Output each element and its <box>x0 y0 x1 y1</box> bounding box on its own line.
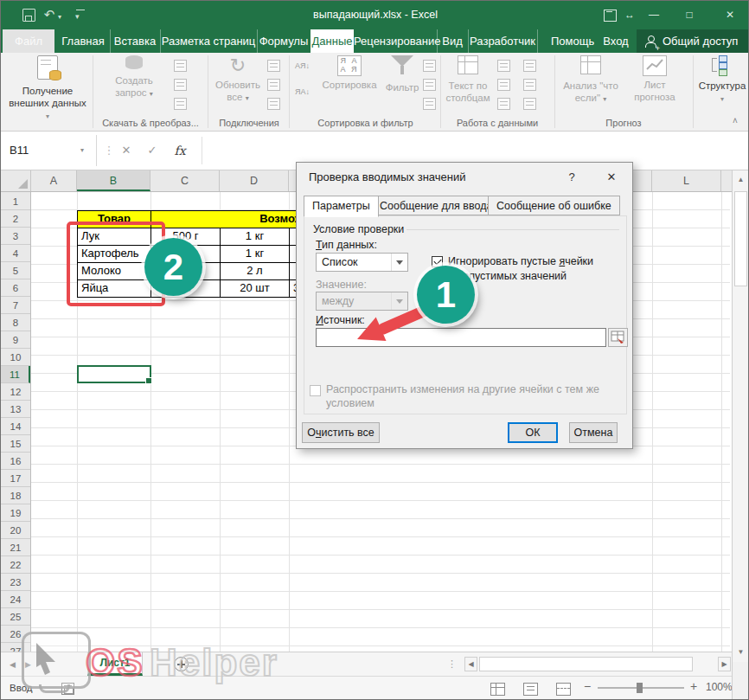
row-header-18[interactable]: 18 <box>1 487 30 504</box>
in-cell-dropdown-label[interactable]: допустимых значений <box>457 270 567 282</box>
col-header-a[interactable]: A <box>31 170 77 191</box>
advanced-filter-icon[interactable] <box>423 98 436 110</box>
sort-button[interactable]: Я АА Я Сортировка <box>317 55 381 91</box>
col-header-b[interactable]: B <box>77 170 150 191</box>
sort-ascending-icon[interactable]: АЯ↓ <box>295 61 310 70</box>
collapse-ribbon-icon[interactable]: ˄ <box>733 116 738 125</box>
page-layout-view-icon[interactable] <box>523 683 538 696</box>
row-header-24[interactable]: 24 <box>1 591 30 608</box>
name-box[interactable]: B11 ▾ <box>1 135 97 166</box>
row-header-6[interactable]: 6 <box>1 279 30 297</box>
row-header-16[interactable]: 16 <box>1 453 30 470</box>
name-box-caret-icon[interactable]: ▾ <box>80 135 84 166</box>
get-external-data-button[interactable]: Получение внешних данных ▾ <box>6 55 89 123</box>
resize-icon[interactable]: ↔ <box>617 1 643 29</box>
fill-handle[interactable] <box>145 377 152 384</box>
dialog-close-button[interactable]: ✕ <box>601 169 622 186</box>
row-header-3[interactable]: 3 <box>1 228 30 245</box>
sort-descending-icon[interactable]: ЯА↓ <box>295 87 310 96</box>
tab-review[interactable]: Рецензирование <box>354 29 438 53</box>
tabbar-resize-dots[interactable]: ⋮ <box>447 658 457 670</box>
close-button[interactable]: ✕ <box>717 1 743 29</box>
tab-developer[interactable]: Разработчик <box>468 29 538 53</box>
row-header-22[interactable]: 22 <box>1 556 30 574</box>
what-if-analysis-button[interactable]: Анализ "что если" ▾ <box>561 55 620 106</box>
tab-help[interactable]: Помощь <box>551 29 594 53</box>
dialog-help-button[interactable]: ? <box>563 169 580 186</box>
flash-fill-icon[interactable] <box>497 60 510 72</box>
dialog-tab-settings[interactable]: Параметры <box>304 196 379 217</box>
zoom-out-icon[interactable]: − <box>584 679 591 693</box>
data-type-combo[interactable]: Список <box>316 253 408 272</box>
col-header-c[interactable]: C <box>150 170 220 191</box>
page-break-view-icon[interactable] <box>556 683 571 696</box>
row-header-10[interactable]: 10 <box>1 349 30 366</box>
tab-view[interactable]: Вид <box>437 29 469 53</box>
row-header-23[interactable]: 23 <box>1 574 30 591</box>
hscroll-thumb[interactable] <box>479 657 693 671</box>
row-header-19[interactable]: 19 <box>1 504 30 522</box>
insert-function-button[interactable]: fx <box>170 141 189 160</box>
row-header-8[interactable]: 8 <box>1 314 30 331</box>
sign-in-button[interactable]: Вход <box>599 29 632 53</box>
new-query-button[interactable]: Создать запрос ▾ <box>103 55 165 100</box>
tab-insert[interactable]: Вставка <box>110 29 161 53</box>
show-queries-icon[interactable] <box>174 60 187 72</box>
dialog-tab-error-alert[interactable]: Сообщение об ошибке <box>488 196 620 215</box>
data-validation-icon[interactable] <box>497 98 510 110</box>
minimize-button[interactable]: — <box>641 1 667 29</box>
row-header-1[interactable]: 1 <box>1 193 30 210</box>
tab-formulas[interactable]: Формулы <box>257 29 311 53</box>
row-header-7[interactable]: 7 <box>1 297 30 314</box>
remove-duplicates-icon[interactable] <box>497 79 510 91</box>
properties-icon[interactable] <box>267 79 280 91</box>
normal-view-icon[interactable] <box>490 683 505 696</box>
selected-cell-b11[interactable] <box>77 365 151 383</box>
row-header-5[interactable]: 5 <box>1 262 30 279</box>
consolidate-icon[interactable] <box>523 60 536 72</box>
sheet-nav-left-icon[interactable]: ◀ <box>10 660 16 669</box>
row-header-17[interactable]: 17 <box>1 470 30 487</box>
vscroll-thumb[interactable] <box>734 191 747 286</box>
zoom-slider-thumb[interactable] <box>637 683 643 693</box>
clear-filter-icon[interactable] <box>423 60 436 72</box>
col-header-d[interactable]: D <box>220 170 289 191</box>
tab-file[interactable]: Файл <box>3 29 54 53</box>
row-header-25[interactable]: 25 <box>1 608 30 626</box>
cell-d5[interactable]: 2 л <box>220 262 290 280</box>
select-all-corner[interactable] <box>1 170 31 191</box>
zoom-in-icon[interactable]: + <box>690 679 697 693</box>
clear-all-button[interactable]: Очистить все <box>302 422 380 443</box>
col-header-l[interactable]: L <box>652 170 721 191</box>
filter-button[interactable]: Фильтр <box>383 55 421 93</box>
row-header-11[interactable]: 11 <box>1 366 30 383</box>
share-button[interactable]: + Общий доступ <box>637 29 749 53</box>
row-header-21[interactable]: 21 <box>1 539 30 556</box>
refresh-all-button[interactable]: ↻ Обновить все ▾ <box>214 55 262 105</box>
hscroll-left-button[interactable]: ◀ <box>464 657 477 671</box>
collapse-range-button[interactable] <box>608 328 628 347</box>
data-model-icon[interactable] <box>523 98 536 110</box>
edit-links-icon[interactable] <box>267 98 280 110</box>
relationships-icon[interactable] <box>523 79 536 91</box>
cell-d4[interactable]: 1 кг <box>220 245 290 263</box>
row-header-15[interactable]: 15 <box>1 435 30 453</box>
cancel-entry-button[interactable]: ✕ <box>117 141 136 160</box>
zoom-level[interactable]: 100% <box>706 681 733 693</box>
outline-button[interactable]: Структура▾ <box>698 55 746 106</box>
ribbon-display-options-icon[interactable] <box>604 10 617 22</box>
tab-home[interactable]: Главная <box>56 29 111 53</box>
from-table-icon[interactable] <box>174 79 187 91</box>
cancel-button[interactable]: Отмена <box>569 422 618 443</box>
tab-data[interactable]: Данные <box>310 29 354 53</box>
vscroll-up-icon[interactable]: ▲ <box>735 176 746 183</box>
vscroll-down-icon[interactable]: ▼ <box>735 648 746 656</box>
row-header-4[interactable]: 4 <box>1 245 30 262</box>
reapply-filter-icon[interactable] <box>423 79 436 91</box>
combo-chevron-icon[interactable] <box>391 254 407 271</box>
ok-button[interactable]: ОК <box>508 422 558 443</box>
tab-page-layout[interactable]: Разметка страниц <box>160 29 258 53</box>
row-header-20[interactable]: 20 <box>1 522 30 539</box>
maximize-button[interactable]: □ <box>676 1 702 29</box>
row-header-13[interactable]: 13 <box>1 401 30 418</box>
